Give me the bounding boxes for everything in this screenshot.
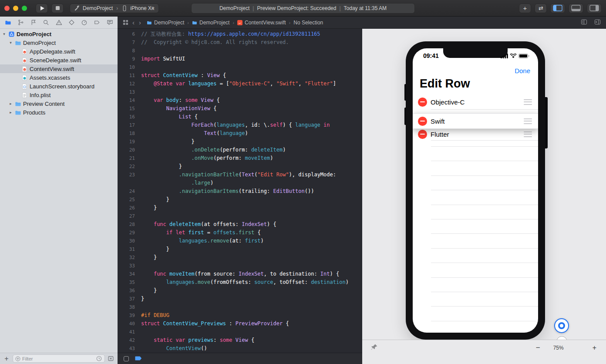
reorder-handle-icon[interactable] bbox=[524, 118, 532, 124]
code-line[interactable]: 37} bbox=[118, 295, 362, 303]
editor-mode-button[interactable]: ⇄ bbox=[535, 3, 547, 13]
code-line[interactable]: 11struct ContentView : View { bbox=[118, 71, 362, 80]
navigator-tab-reports-icon[interactable] bbox=[106, 19, 114, 27]
code-line[interactable]: 18 Text(language) bbox=[118, 129, 362, 138]
preview-on-device-button[interactable] bbox=[554, 318, 569, 333]
code-line[interactable]: .large) bbox=[118, 179, 362, 187]
file-tree-item[interactable]: Info.plist bbox=[0, 91, 118, 99]
code-line[interactable]: 8 bbox=[118, 47, 362, 55]
navigator-tab-source-control-icon[interactable] bbox=[17, 19, 24, 27]
code-review-button[interactable] bbox=[581, 19, 587, 27]
code-line[interactable]: 21 .onMove(perform: moveItem) bbox=[118, 154, 362, 162]
code-line[interactable]: 40struct ContentView_Previews : PreviewP… bbox=[118, 320, 362, 328]
code-line[interactable]: 35 languages.move(fromOffsets: source, t… bbox=[118, 278, 362, 286]
file-tree-item[interactable]: ContentView.swift bbox=[0, 64, 118, 73]
code-line[interactable]: 36 } bbox=[118, 286, 362, 295]
code-line[interactable]: 7// Copyright © hdjc8.com. All rights re… bbox=[118, 38, 362, 47]
code-line[interactable]: 32 } bbox=[118, 253, 362, 262]
list-row[interactable]: Objective-C bbox=[413, 94, 538, 109]
related-items-icon[interactable] bbox=[123, 20, 128, 25]
reorder-handle-icon[interactable] bbox=[524, 131, 532, 137]
breadcrumb-item[interactable]: DemoProject bbox=[147, 20, 184, 26]
code-line[interactable]: 25 } bbox=[118, 195, 362, 204]
stop-button[interactable] bbox=[51, 3, 64, 13]
navigator-tab-symbols-icon[interactable] bbox=[30, 19, 37, 27]
scheme-selector[interactable]: DemoProject › iPhone Xʀ bbox=[70, 3, 159, 13]
breadcrumb-item[interactable]: No Selection bbox=[293, 20, 323, 26]
code-line[interactable]: 19 } bbox=[118, 138, 362, 146]
delete-minus-icon[interactable] bbox=[418, 117, 427, 126]
navigator-tab-project-icon[interactable] bbox=[4, 19, 12, 27]
reorder-handle-icon[interactable] bbox=[524, 99, 532, 105]
code-line[interactable]: 33 bbox=[118, 262, 362, 270]
preview-settings-button[interactable] bbox=[556, 336, 567, 340]
code-line[interactable]: 27 bbox=[118, 212, 362, 220]
code-line[interactable]: 28 func deleteItem(at offsets: IndexSet)… bbox=[118, 220, 362, 229]
code-line[interactable]: 16 List { bbox=[118, 113, 362, 121]
file-tree-item[interactable]: Assets.xcassets bbox=[0, 73, 118, 82]
code-line[interactable]: 38 bbox=[118, 303, 362, 311]
delete-minus-icon[interactable] bbox=[418, 98, 427, 107]
zoom-in-button[interactable]: + bbox=[593, 344, 596, 352]
file-tree-item[interactable]: LaunchScreen.storyboard bbox=[0, 82, 118, 91]
code-area[interactable]: 6// 互动教程合集: https://apps.apple.com/cn/ap… bbox=[118, 29, 362, 353]
code-line[interactable]: 29 if let first = offsets.first { bbox=[118, 229, 362, 237]
scm-status-filter-icon[interactable] bbox=[108, 356, 114, 362]
code-line[interactable]: 17 ForEach(languages, id: \.self) { lang… bbox=[118, 121, 362, 129]
list-row[interactable]: Flutter bbox=[413, 128, 538, 140]
code-line[interactable]: 13 bbox=[118, 88, 362, 96]
code-line[interactable]: 24 .navigationBarItems(trailing: EditBut… bbox=[118, 187, 362, 195]
navigator-tab-tests-icon[interactable] bbox=[67, 19, 75, 27]
code-line[interactable]: 31 } bbox=[118, 245, 362, 253]
file-tree-item[interactable]: ▾DemoProject bbox=[0, 30, 118, 38]
code-line[interactable]: 43 ContentView() bbox=[118, 344, 362, 353]
code-line[interactable]: 23 .navigationBarTitle(Text("Edit Row"),… bbox=[118, 171, 362, 179]
filter-input[interactable]: Filter bbox=[13, 354, 105, 363]
navigator-tab-issues-icon[interactable] bbox=[55, 19, 63, 27]
list-row[interactable]: Swift bbox=[413, 113, 538, 129]
done-button[interactable]: Done bbox=[515, 67, 530, 74]
breadcrumb-item[interactable]: ContentView.swift bbox=[237, 20, 286, 26]
code-line[interactable]: 15 NavigationView { bbox=[118, 104, 362, 113]
breadcrumb-item[interactable]: DemoProject bbox=[192, 20, 229, 26]
file-tree-item[interactable]: ▾DemoProject bbox=[0, 38, 118, 47]
storyboard-icon bbox=[21, 83, 28, 90]
delete-minus-icon[interactable] bbox=[418, 130, 427, 139]
file-tree-item[interactable]: SceneDelegate.swift bbox=[0, 56, 118, 64]
code-line[interactable]: 26 } bbox=[118, 204, 362, 212]
code-line[interactable]: 41 bbox=[118, 328, 362, 336]
code-line[interactable]: 30 languages.remove(at: first) bbox=[118, 237, 362, 245]
add-file-button[interactable]: + bbox=[3, 355, 10, 362]
code-line[interactable]: 10 bbox=[118, 63, 362, 71]
code-line[interactable]: 20 .onDelete(perform: deleteItem) bbox=[118, 146, 362, 154]
fullscreen-window-button[interactable] bbox=[22, 6, 27, 11]
navigator-tab-search-icon[interactable] bbox=[42, 19, 50, 27]
editor-only-icon[interactable] bbox=[124, 356, 129, 361]
file-tree-item[interactable]: ▸Products bbox=[0, 108, 118, 117]
add-editor-button[interactable] bbox=[594, 19, 601, 27]
recent-files-clock-icon[interactable] bbox=[96, 356, 102, 362]
code-line[interactable]: 34 func moveItem(from source: IndexSet, … bbox=[118, 270, 362, 278]
zoom-out-button[interactable]: − bbox=[534, 344, 542, 352]
code-line[interactable]: 12 @State var languages = ["Objective-C"… bbox=[118, 80, 362, 88]
code-line[interactable]: 9import SwiftUI bbox=[118, 55, 362, 63]
file-tree-item[interactable]: ▸Preview Content bbox=[0, 99, 118, 108]
navigator-tab-debug-icon[interactable] bbox=[81, 19, 88, 27]
toggle-inspector-button[interactable] bbox=[587, 3, 602, 13]
pin-preview-icon[interactable] bbox=[371, 344, 378, 352]
run-button[interactable] bbox=[36, 3, 48, 13]
minimize-window-button[interactable] bbox=[13, 6, 18, 11]
code-line[interactable]: 42 static var previews: some View { bbox=[118, 336, 362, 344]
code-line[interactable]: 6// 互动教程合集: https://apps.apple.com/cn/ap… bbox=[118, 30, 362, 38]
library-button[interactable]: + bbox=[519, 3, 531, 13]
code-line[interactable]: 22 } bbox=[118, 162, 362, 171]
forward-button[interactable]: › bbox=[138, 20, 141, 25]
file-tree-item[interactable]: AppDelegate.swift bbox=[0, 47, 118, 56]
code-line[interactable]: 14 var body: some View { bbox=[118, 96, 362, 104]
navigator-tab-breakpoints-icon[interactable] bbox=[93, 19, 101, 27]
toggle-debug-area-button[interactable] bbox=[569, 3, 583, 13]
close-window-button[interactable] bbox=[4, 6, 10, 11]
back-button[interactable]: ‹ bbox=[132, 20, 135, 25]
toggle-navigator-button[interactable] bbox=[550, 3, 565, 13]
code-line[interactable]: 39#if DEBUG bbox=[118, 311, 362, 320]
